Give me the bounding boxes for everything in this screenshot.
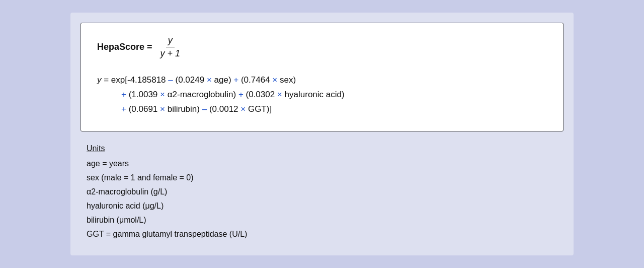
list-item: bilirubin (μmol/L) <box>87 213 557 227</box>
fraction-numerator: y <box>166 35 175 47</box>
units-title: Units <box>87 142 105 156</box>
equation-line-2: + (1.0039 × α2-macroglobulin) + (0.0302 … <box>97 88 547 102</box>
fraction: y y + 1 <box>158 35 183 59</box>
units-list: age = years sex (male = 1 and female = 0… <box>87 157 557 241</box>
list-item: sex (male = 1 and female = 0) <box>87 171 557 185</box>
equation-lines: y = exp[-4.185818 – (0.0249 × age) + (0.… <box>97 73 547 117</box>
list-item: hyaluronic acid (μg/L) <box>87 199 557 213</box>
list-item: GGT = gamma glutamyl transpeptidase (U/L… <box>87 227 557 241</box>
fraction-denominator: y + 1 <box>158 47 183 59</box>
main-container: HepaScore = y y + 1 y = exp[-4.185818 – … <box>70 13 574 255</box>
equation-line-3: + (0.0691 × bilirubin) – (0.0012 × GGT)] <box>97 102 547 117</box>
hepascore-fraction-line: HepaScore = y y + 1 <box>97 35 547 59</box>
units-section: Units age = years sex (male = 1 and fema… <box>80 140 564 245</box>
formula-box: HepaScore = y y + 1 y = exp[-4.185818 – … <box>80 23 564 131</box>
equation-line-1: y = exp[-4.185818 – (0.0249 × age) + (0.… <box>97 73 547 88</box>
list-item: age = years <box>87 157 557 171</box>
list-item: α2-macroglobulin (g/L) <box>87 185 557 199</box>
hepascore-label: HepaScore = <box>97 42 152 52</box>
